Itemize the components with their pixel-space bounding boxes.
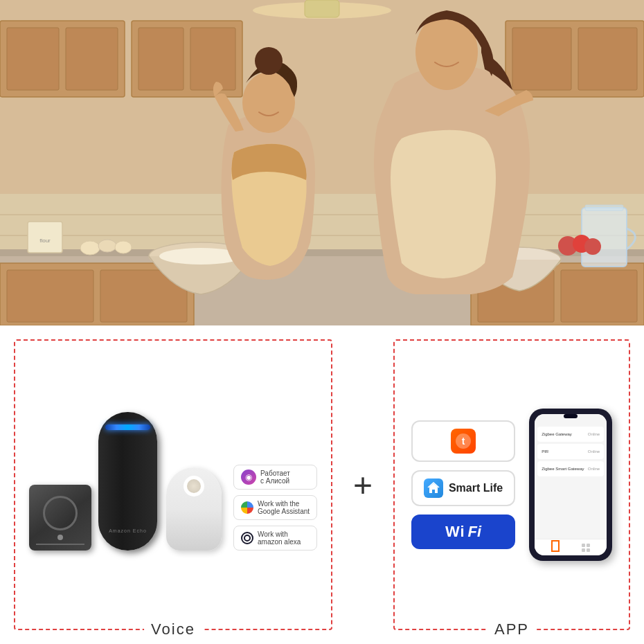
- google-line1: Work with the: [258, 500, 310, 508]
- phone-notch: [564, 414, 578, 418]
- wifi-text-wi: Wi: [445, 523, 465, 541]
- bottom-section: Amazon Echo ◉ Работает с Алисой: [0, 325, 644, 644]
- echo-ring: [105, 424, 150, 430]
- svg-text:t: t: [462, 436, 465, 447]
- grid-cell: [582, 548, 585, 552]
- phone-row-value-1: Online: [588, 432, 600, 436]
- tuya-logo-svg: t: [455, 433, 472, 449]
- google-home-dot: [187, 479, 201, 493]
- smart-life-svg: [427, 481, 440, 495]
- phone-row: PIR Online: [537, 444, 604, 459]
- smart-life-badge: Smart Life: [411, 470, 515, 506]
- assistant-badges: ◉ Работает с Алисой Work with the Google…: [233, 465, 317, 551]
- app-panel: t Smart Life Wi Fi: [393, 339, 630, 630]
- phone-nav-home-icon: [551, 544, 560, 552]
- phone-row-label-3: Zigbee Smart Gateway: [542, 467, 585, 471]
- alexa-icon: [241, 532, 253, 544]
- phone-mockup: Zigbee Gateway Online PIR Online Zigbee …: [529, 409, 612, 561]
- phone-nav-grid-icon: [582, 544, 590, 552]
- phone-row-empty2: [537, 496, 604, 511]
- alice-badge: ◉ Работает с Алисой: [233, 465, 317, 490]
- alexa-badge: Work with amazon alexa: [233, 526, 317, 551]
- smart-hub-dot: [57, 535, 63, 540]
- kitchen-illustration: flour: [0, 0, 644, 325]
- alice-line2: с Алисой: [260, 477, 290, 485]
- phone-row-value-3: Online: [588, 467, 600, 471]
- grid-cell: [587, 548, 590, 552]
- alexa-ring: [244, 535, 251, 542]
- wifi-badge: Wi Fi: [411, 515, 515, 549]
- voice-panel: Amazon Echo ◉ Работает с Алисой: [14, 339, 332, 630]
- grid-cell: [587, 544, 590, 547]
- google-home-device: [164, 454, 223, 551]
- hero-section: flour: [0, 0, 644, 325]
- alice-text: Работает с Алисой: [260, 469, 290, 485]
- voice-label: Voice: [144, 620, 202, 638]
- svg-rect-40: [0, 0, 644, 325]
- google-line2: Google Assistant: [258, 508, 310, 515]
- echo-brand-text: Amazon Echo: [109, 528, 147, 533]
- alice-line1: Работает: [260, 469, 290, 477]
- grid-cell: [582, 544, 585, 547]
- phone-screen-content: Zigbee Gateway Online PIR Online Zigbee …: [535, 424, 607, 539]
- google-home-top: [184, 476, 204, 497]
- voice-devices-row: Amazon Echo ◉ Работает с Алисой: [29, 412, 317, 551]
- smart-hub-circle: [43, 496, 78, 530]
- google-badge: Work with the Google Assistant: [233, 495, 317, 520]
- alexa-line1: Work with: [258, 530, 301, 538]
- phone-row-label-2: PIR: [542, 449, 585, 454]
- tuya-badge: t: [411, 420, 515, 462]
- phone-row-label-1: Zigbee Gateway: [542, 432, 585, 436]
- phone-screen: Zigbee Gateway Online PIR Online Zigbee …: [535, 414, 607, 555]
- phone-row: Zigbee Smart Gateway Online: [537, 461, 604, 476]
- smart-life-icon: [424, 478, 443, 498]
- app-badges-list: t Smart Life Wi Fi: [411, 420, 515, 549]
- wifi-text-fi: Fi: [468, 523, 482, 541]
- tuya-icon: t: [451, 429, 476, 454]
- smart-life-label: Smart Life: [449, 482, 503, 494]
- google-text: Work with the Google Assistant: [258, 500, 310, 515]
- phone-row-value-2: Online: [588, 449, 600, 454]
- amazon-echo-device: Amazon Echo: [98, 412, 157, 551]
- google-home-body: [166, 467, 222, 551]
- alice-icon: ◉: [241, 469, 256, 485]
- plus-sign: +: [346, 339, 379, 630]
- phone-bottom-nav: [535, 539, 607, 555]
- google-icon: [241, 501, 253, 514]
- smart-hub-device: [29, 485, 91, 551]
- app-label: APP: [488, 620, 536, 638]
- smart-hub-line: [36, 544, 84, 545]
- alexa-line2: amazon alexa: [258, 538, 301, 546]
- alexa-text: Work with amazon alexa: [258, 530, 301, 546]
- phone-row: Zigbee Gateway Online: [537, 427, 604, 442]
- phone-row-empty: [537, 478, 604, 494]
